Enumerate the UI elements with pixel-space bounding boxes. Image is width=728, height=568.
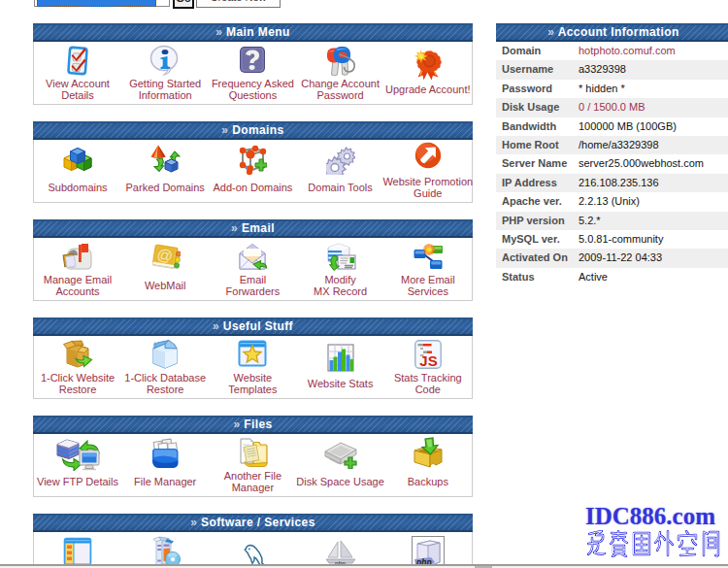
svg-text:JS: JS xyxy=(419,352,437,369)
svg-text:@: @ xyxy=(156,246,175,264)
